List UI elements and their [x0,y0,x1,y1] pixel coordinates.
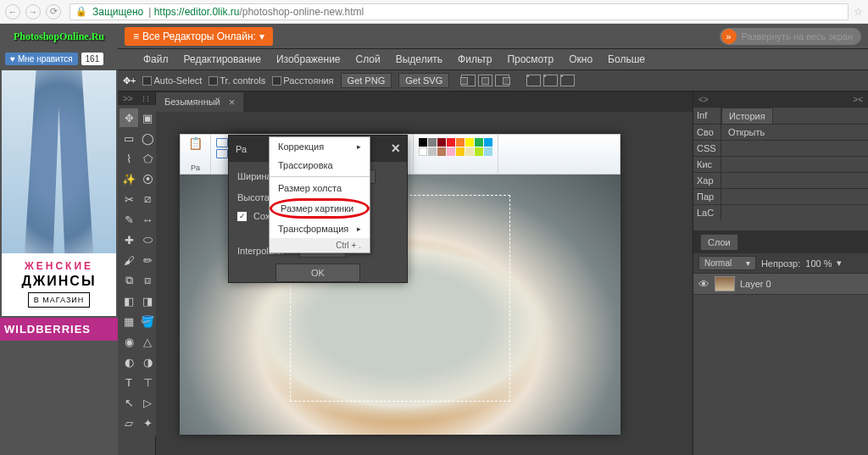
align-center-icon[interactable] [478,75,492,86]
forward-button[interactable]: → [25,4,41,19]
menu-shortcut: Ctrl + . [270,238,370,252]
blend-mode-select[interactable]: Normal ▾ [698,256,756,270]
get-svg-button[interactable]: Get SVG [398,73,449,88]
path-tool[interactable]: ↖ [120,393,138,412]
ad-cta-button[interactable]: В МАГАЗИН [28,292,91,308]
all-editors-button[interactable]: ≡ Все Редакторы Онлайн: ▾ [125,27,273,46]
sharpen-tool[interactable]: △ [138,332,157,351]
layers-panel-header[interactable]: Слои [693,230,868,253]
bg-eraser-tool[interactable]: ◨ [138,291,157,310]
opacity-dropdown-icon[interactable]: ▾ [837,258,842,269]
wand-tool[interactable]: ✨ [120,169,138,188]
expand-icon: » [721,29,737,44]
menu-image-size[interactable]: Размер картинки [272,201,367,216]
poly-lasso-tool[interactable]: ⬠ [138,149,157,168]
lasso-tool[interactable]: ⌇ [120,149,138,168]
eraser-tool[interactable]: ◧ [120,291,138,310]
bucket-tool[interactable]: 🪣 [138,312,157,330]
layer-row[interactable]: 👁 Layer 0 [693,273,868,295]
artboard-tool[interactable]: ▣ [138,108,157,127]
reload-button[interactable]: ⟳ [46,4,61,19]
quick-select-tool[interactable]: ⦿ [138,169,157,188]
menu-correction[interactable]: Коррекция [270,137,370,156]
like-count: 161 [81,53,104,65]
menu-more[interactable]: Больше [608,53,645,65]
toolbox-handle-icon[interactable]: ⫶⫶ [142,94,150,103]
paint-palette[interactable] [417,136,494,158]
custom-shape-tool[interactable]: ✦ [138,413,157,432]
stamp-tool[interactable]: ⧉ [120,271,138,290]
burn-tool[interactable]: ◑ [138,352,157,371]
get-png-button[interactable]: Get PNG [341,73,392,88]
back-button[interactable]: ← [5,4,20,19]
toolbox: >> ⫶⫶ ✥ ▭ ⌇ ✨ ✂ ✎ ✚ 🖌 ⧉ ◧ ▦ [118,92,156,455]
patch-tool[interactable]: ⬭ [138,230,157,249]
menu-file[interactable]: Файл [143,53,169,65]
gradient-tool[interactable]: ▦ [120,312,138,330]
ad-brand[interactable]: WILDBERRIES [0,318,118,341]
eyedropper-tool[interactable]: ✎ [120,210,138,229]
auto-select-option[interactable]: Auto-Select [142,75,202,86]
close-tab-icon[interactable]: × [229,96,236,108]
panel-lac[interactable]: LaC [693,205,721,220]
visibility-icon[interactable]: 👁 [698,278,709,291]
heal-tool[interactable]: ✚ [120,230,138,249]
dist-3-icon[interactable] [560,75,575,86]
like-label: Мне нравится [18,54,73,64]
panel-svo[interactable]: Сво [693,125,721,140]
menu-edit[interactable]: Редактирование [184,53,261,65]
menu-select[interactable]: Выделить [396,53,442,65]
document-tab[interactable]: Безымянный × [156,92,243,112]
dist-2-icon[interactable] [543,75,558,86]
panel-css[interactable]: CSS [693,141,721,156]
panel-par[interactable]: Пар [693,189,721,204]
keep-ratio-checkbox[interactable]: ✓ [237,212,247,221]
opacity-value[interactable]: 100 % [805,258,832,269]
editor-header: ≡ Все Редакторы Онлайн: ▾ » Развернуть н… [118,24,868,49]
pattern-stamp-tool[interactable]: ⧈ [138,271,157,290]
ruler-tool[interactable]: ↔ [138,210,157,229]
layers-tab[interactable]: Слои [700,234,738,250]
menu-image[interactable]: Изображение [276,53,341,65]
align-left-icon[interactable] [461,75,476,86]
history-tab[interactable]: История [721,108,773,124]
menu-view[interactable]: Просмотр [507,53,554,65]
menu-transform[interactable]: Трансформация [270,219,370,238]
direct-select-tool[interactable]: ▷ [138,393,157,412]
menu-window[interactable]: Окно [569,53,593,65]
panel-har[interactable]: Хар [693,173,721,188]
panel-collapse-icon[interactable]: <> [698,95,709,104]
distances-option[interactable]: Расстояния [272,75,333,86]
panel-kis[interactable]: Кис [693,157,721,172]
menu-layer[interactable]: Слой [356,53,381,65]
panel-inf[interactable]: Inf [693,108,721,124]
type-tool[interactable]: T [120,373,138,391]
ad-banner[interactable]: ⓘ ✕ ЖЕНСКИЕ ДЖИНСЫ В МАГАЗИН [2,70,116,316]
marquee-tool[interactable]: ▭ [120,129,138,147]
vtype-tool[interactable]: ⊤ [138,373,157,391]
blur-tool[interactable]: ◉ [120,332,138,351]
layer-name[interactable]: Layer 0 [740,279,771,289]
dodge-tool[interactable]: ◐ [120,352,138,371]
transform-controls-option[interactable]: Tr. controls [209,75,265,86]
like-button[interactable]: ♥ Мне нравится [5,53,78,65]
menu-canvas-size[interactable]: Размер холста [270,179,370,197]
menu-trace[interactable]: Трассировка [270,156,370,175]
slice-tool[interactable]: ⧄ [138,190,157,208]
dist-1-icon[interactable] [526,75,541,86]
brush-tool[interactable]: 🖌 [120,251,138,269]
history-open[interactable]: Открыть [721,125,868,140]
crop-tool[interactable]: ✂ [120,190,138,208]
pencil-tool[interactable]: ✏ [138,251,157,269]
fullscreen-button[interactable]: » Развернуть на весь экран [720,28,861,45]
menu-filter[interactable]: Фильтр [458,53,492,65]
dialog-close-icon[interactable]: × [391,140,400,158]
move-tool[interactable]: ✥ [120,108,138,127]
ok-button[interactable]: OK [275,264,360,282]
ellipse-select-tool[interactable]: ◯ [138,129,157,147]
shape-tool[interactable]: ▱ [120,413,138,432]
fullscreen-label: Развернуть на весь экран [742,31,853,42]
bookmark-icon[interactable]: ☆ [854,6,863,18]
address-bar[interactable]: 🔒 Защищено | https://editor.0lik.ru /pho… [70,3,849,20]
align-right-icon[interactable] [495,75,509,86]
